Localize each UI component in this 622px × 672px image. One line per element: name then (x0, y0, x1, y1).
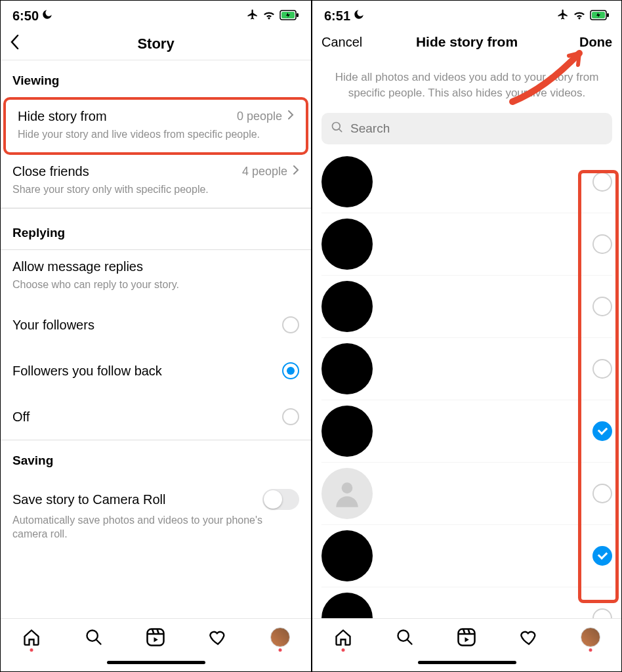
status-time: 6:51 (324, 9, 350, 24)
section-saving: Saving (1, 440, 311, 477)
avatar (321, 468, 373, 519)
avatar (321, 156, 373, 207)
radio-follow-back[interactable]: Followers you follow back (1, 348, 311, 394)
battery-icon (280, 9, 299, 24)
svg-rect-7 (607, 13, 609, 17)
avatar (321, 219, 373, 270)
save-camera-sub: Automatically save photos and videos to … (12, 514, 270, 541)
person-row[interactable] (321, 525, 612, 587)
wifi-icon (262, 9, 276, 24)
checkbox-icon[interactable] (592, 484, 612, 503)
avatar (321, 530, 373, 581)
toggle-save-camera[interactable] (262, 489, 299, 510)
description-text: Hide all photos and videos you add to yo… (312, 56, 621, 110)
section-viewing: Viewing (1, 60, 311, 97)
tab-search[interactable] (394, 627, 415, 648)
home-indicator[interactable] (1, 653, 311, 671)
radio-icon (282, 316, 299, 333)
status-bar: 6:51 (312, 1, 621, 28)
tab-bar (1, 618, 311, 653)
row-allow-replies: Allow message replies Choose who can rep… (1, 250, 311, 303)
person-row[interactable] (321, 400, 612, 463)
person-row[interactable] (321, 213, 612, 276)
search-input[interactable] (350, 121, 603, 136)
airplane-icon (247, 9, 259, 24)
nav-title: Story (62, 35, 249, 52)
checkbox-icon[interactable] (592, 359, 612, 379)
status-bar: 6:50 (1, 1, 311, 28)
chevron-right-icon (293, 165, 299, 178)
checkbox-icon[interactable] (592, 172, 612, 192)
profile-avatar-icon (270, 627, 290, 647)
row-close-friends[interactable]: Close friends 4 people Share your story … (1, 155, 311, 208)
hide-story-sub: Hide your story and live videos from spe… (18, 128, 266, 142)
chevron-right-icon (287, 110, 294, 123)
close-friends-value: 4 people (242, 165, 287, 178)
hide-story-value: 0 people (237, 110, 282, 123)
avatar (321, 343, 373, 394)
cancel-button[interactable]: Cancel (321, 35, 374, 50)
avatar (321, 593, 373, 618)
person-row[interactable] (321, 151, 612, 213)
highlight-hide-story: Hide story from 0 people Hide your story… (3, 97, 308, 155)
save-camera-title: Save story to Camera Roll (12, 492, 165, 507)
moon-icon (353, 9, 365, 24)
search-bar[interactable] (321, 113, 612, 144)
back-button[interactable] (10, 34, 62, 53)
hide-story-title: Hide story from (18, 109, 107, 124)
done-button[interactable]: Done (560, 35, 612, 50)
nav-title: Hide story from (374, 34, 560, 50)
tab-reels[interactable] (145, 627, 166, 648)
checkbox-checked-icon[interactable] (592, 546, 612, 566)
radio-off[interactable]: Off (1, 394, 311, 440)
tab-profile[interactable] (580, 627, 601, 648)
hide-story-from-screen: 6:51 Cancel Hide story from Done Hide al… (311, 1, 621, 671)
radio-your-followers[interactable]: Your followers (1, 302, 311, 348)
checkbox-icon[interactable] (592, 234, 612, 254)
person-row[interactable] (321, 276, 612, 338)
story-settings-screen: 6:50 Story Viewing (1, 1, 311, 671)
search-icon (331, 121, 344, 136)
allow-replies-sub: Choose who can reply to your story. (12, 278, 270, 292)
person-row[interactable] (321, 338, 612, 400)
people-list (312, 151, 621, 618)
profile-avatar-icon (581, 627, 600, 647)
svg-rect-2 (297, 13, 299, 17)
avatar (321, 281, 373, 332)
avatar (321, 406, 373, 457)
row-save-camera-roll: Save story to Camera Roll Automatically … (1, 477, 311, 548)
moon-icon (41, 9, 53, 24)
tab-activity[interactable] (518, 627, 539, 648)
row-hide-story[interactable]: Hide story from 0 people Hide your story… (6, 100, 306, 152)
nav-bar: Story (1, 28, 311, 60)
battery-icon (590, 9, 610, 24)
tab-activity[interactable] (207, 627, 228, 648)
checkbox-checked-icon[interactable] (592, 421, 612, 441)
checkbox-icon[interactable] (592, 297, 612, 316)
section-replying: Replying (1, 208, 311, 250)
close-friends-sub: Share your story only with specific peop… (12, 183, 270, 197)
airplane-icon (557, 9, 569, 24)
svg-point-9 (342, 482, 353, 494)
svg-rect-11 (459, 629, 475, 646)
wifi-icon (573, 9, 586, 24)
tab-profile[interactable] (270, 627, 291, 648)
tab-bar (312, 618, 621, 653)
allow-replies-title: Allow message replies (12, 259, 143, 274)
person-row[interactable] (321, 463, 612, 525)
tab-home[interactable] (21, 627, 42, 648)
tab-search[interactable] (83, 627, 104, 648)
radio-icon (282, 408, 299, 425)
tab-home[interactable] (333, 627, 354, 648)
status-time: 6:50 (12, 9, 39, 24)
svg-rect-4 (148, 629, 164, 646)
checkbox-icon[interactable] (592, 608, 612, 618)
home-indicator[interactable] (312, 653, 621, 671)
radio-icon-checked (282, 362, 299, 379)
nav-bar: Cancel Hide story from Done (312, 28, 621, 56)
close-friends-title: Close friends (12, 164, 89, 179)
tab-reels[interactable] (456, 627, 477, 648)
person-row[interactable] (321, 587, 612, 618)
